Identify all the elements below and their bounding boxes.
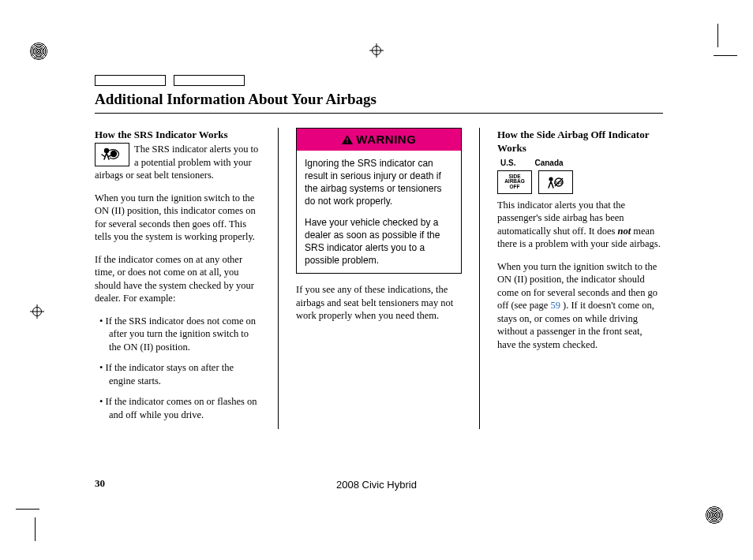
column-1: How the SRS Indicator Works The SRS indi… [95, 128, 260, 429]
srs-indicator-icon [95, 143, 129, 166]
page-reference-link[interactable]: 59 [550, 300, 560, 311]
col1-p2: When you turn the ignition switch to the… [95, 192, 260, 244]
col1-heading: How the SRS Indicator Works [95, 128, 260, 141]
side-airbag-off-us-icon: SIDE AIRBAG OFF [497, 170, 532, 194]
page-title: Additional Information About Your Airbag… [95, 91, 663, 108]
column-divider-2 [479, 128, 480, 429]
warning-p2: Have your vehicle checked by a dealer as… [305, 216, 453, 267]
column-divider-1 [278, 128, 279, 429]
col3-p2: When you turn the ignition switch to the… [497, 260, 663, 352]
warning-box: WARNING Ignoring the SRS indicator can r… [296, 128, 462, 274]
region-us-label: U.S. [500, 158, 515, 168]
col1-p3: If the indicator comes on at any other t… [95, 253, 260, 305]
col1-list: If the SRS indicator does not come on af… [95, 315, 260, 422]
warning-p1: Ignoring the SRS indicator can result in… [305, 157, 453, 208]
svg-rect-3 [347, 142, 348, 144]
emphasis-not: not [617, 226, 631, 237]
svg-point-0 [104, 148, 109, 153]
col3-p1: This indicator alerts you that the passe… [497, 199, 663, 251]
col3-heading: How the Side Airbag Off Indicator Works [497, 128, 663, 155]
svg-point-4 [549, 177, 553, 181]
column-2: WARNING Ignoring the SRS indicator can r… [296, 128, 462, 429]
page-body: Additional Information About Your Airbag… [95, 75, 663, 429]
side-airbag-off-text: SIDE AIRBAG OFF [504, 174, 525, 190]
col2-after: If you see any of these indications, the… [296, 283, 462, 323]
column-3: How the Side Airbag Off Indicator Works … [497, 128, 663, 429]
header-placeholder-boxes [95, 75, 663, 86]
col1-li1: If the SRS indicator does not come on af… [99, 315, 260, 354]
svg-rect-2 [347, 138, 348, 141]
warning-heading: WARNING [297, 129, 461, 151]
col1-li2: If the indicator stays on after the engi… [99, 361, 260, 387]
title-rule [95, 113, 663, 114]
warning-label: WARNING [356, 133, 416, 146]
svg-point-1 [111, 151, 117, 157]
col1-li3: If the indicator comes on or flashes on … [99, 395, 260, 421]
region-canada-label: Canada [534, 158, 563, 168]
footer-model: 2008 Civic Hybrid [0, 479, 753, 491]
side-airbag-off-canada-icon: OFF [538, 170, 573, 194]
svg-text:OFF: OFF [554, 181, 564, 185]
